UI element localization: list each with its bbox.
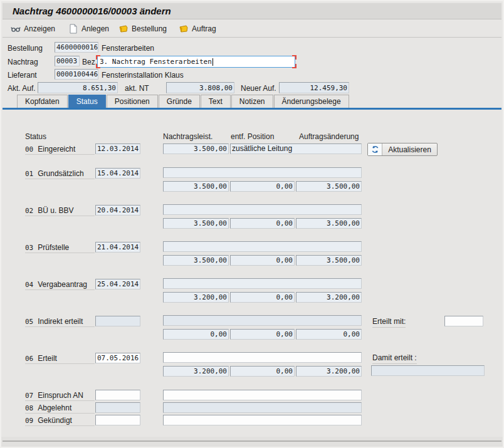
- aktualisieren-button[interactable]: Aktualisieren: [367, 143, 438, 156]
- bestellung-description: Fensterarbeiten: [102, 44, 154, 53]
- status-wide-field-01[interactable]: [163, 167, 362, 178]
- status-bar: [1, 437, 503, 447]
- akt-nt-label: akt. NT: [125, 84, 149, 93]
- tab-notizen[interactable]: Notizen: [231, 95, 273, 108]
- neuer-auf-field[interactable]: 12.459,30: [279, 82, 349, 93]
- column-header-nachtragsleist: Nachtragsleist.: [163, 132, 213, 141]
- status-row-label-02: 02 BÜ u. BBV: [25, 206, 95, 216]
- bestellung-object-icon: [118, 24, 129, 34]
- create-document-icon: [68, 24, 78, 34]
- auftragsaenderung-field-02[interactable]: 3.500,00: [296, 218, 362, 229]
- selection-corner: [292, 55, 297, 60]
- status-date-field-07[interactable]: [95, 390, 140, 400]
- status-wide-field-09[interactable]: [163, 415, 362, 425]
- auftrag-button-label: Auftrag: [192, 24, 216, 33]
- status-wide-field-05[interactable]: [163, 315, 362, 326]
- akt-auf-field[interactable]: 8.651,30: [38, 82, 118, 93]
- bestellung-label: Bestellung: [8, 44, 43, 53]
- nachtragsleist-field-04[interactable]: 3.200,00: [163, 292, 229, 303]
- entf-position-field-01[interactable]: 0,00: [230, 181, 295, 192]
- selection-corner: [96, 55, 100, 60]
- aktualisieren-button-label: Aktualisieren: [382, 143, 437, 155]
- tab-strip: Kopfdaten Status Positionen Gründe Text …: [17, 95, 350, 108]
- auftragsaenderung-field-05[interactable]: 0,00: [296, 329, 362, 340]
- status-date-field-03[interactable]: 21.04.2014: [95, 242, 140, 253]
- status-row-label-05: 05 Indirekt erteilt: [25, 316, 95, 327]
- status-row-label-04: 04 Vergabeantrag: [25, 279, 95, 290]
- selection-corner: [96, 64, 100, 68]
- nachtrag-bezeichnung-input[interactable]: 3. Nachtrag Fensterarbeiten: [97, 56, 295, 68]
- anlegen-button-label: Anlegen: [81, 24, 109, 33]
- akt-auf-label: Akt. Auf.: [8, 84, 36, 93]
- status-wide-field-03[interactable]: [163, 241, 362, 252]
- selection-corner: [292, 64, 297, 68]
- nachtragsleist-field-06[interactable]: 3.200,00: [163, 366, 229, 377]
- status-date-field-00[interactable]: 12.03.2014: [95, 143, 140, 154]
- status-row-label-08: 08 Abgelehnt: [25, 403, 95, 414]
- erteilt-mit-input[interactable]: [444, 316, 483, 326]
- entf-position-field-06[interactable]: 0,00: [230, 366, 295, 377]
- tab-status[interactable]: Status: [68, 95, 106, 108]
- status-date-field-08[interactable]: [95, 402, 140, 413]
- nachtragsleist-field-02[interactable]: 3.500,00: [163, 218, 229, 229]
- auftragsaenderung-field-01[interactable]: 3.500,00: [296, 181, 362, 192]
- tab-text[interactable]: Text: [201, 95, 231, 108]
- entf-position-field-05[interactable]: 0,00: [230, 329, 295, 340]
- bestellung-number-field[interactable]: 4600000016: [55, 42, 98, 53]
- status-wide-field-07[interactable]: [163, 390, 362, 400]
- bestellung-button[interactable]: Bestellung: [115, 21, 170, 36]
- tab-strip-underline: [3, 108, 501, 110]
- auftrag-object-icon: [179, 24, 189, 34]
- status-row-label-03: 03 Prüfstelle: [25, 242, 95, 253]
- status-date-field-04[interactable]: 25.04.2014: [95, 279, 140, 289]
- nachtragsleist-field-05[interactable]: 0,00: [163, 329, 229, 340]
- status-row-label-00: 00 Eingereicht: [25, 144, 95, 155]
- tab-gruende[interactable]: Gründe: [159, 95, 200, 108]
- lieferant-description: Fensterinstallation Klaus: [102, 71, 184, 80]
- auftragsaenderung-field-06[interactable]: 3.200,00: [296, 366, 362, 377]
- status-row-label-01: 01 Grundsätzlich: [25, 169, 95, 179]
- column-header-auftragsaenderung: Auftragsänderung: [299, 132, 359, 141]
- auftragsaenderung-field-03[interactable]: 3.500,00: [296, 255, 362, 266]
- status-wide-field-06[interactable]: [163, 352, 362, 363]
- status-date-field-01[interactable]: 15.04.2014: [95, 168, 140, 179]
- nachtrag-number-field[interactable]: 00003: [55, 56, 80, 66]
- damit-erteilt-label: Damit erteilt :: [372, 353, 417, 364]
- refresh-icon: [368, 143, 382, 155]
- status-date-field-05[interactable]: [95, 316, 140, 326]
- akt-nt-field[interactable]: 3.808,00: [166, 82, 234, 93]
- status-date-field-02[interactable]: 20.04.2014: [95, 205, 140, 216]
- anlegen-button[interactable]: Anlegen: [65, 21, 112, 36]
- status-date-field-06[interactable]: 07.05.2016: [95, 353, 140, 363]
- status-date-field-09[interactable]: [95, 415, 140, 425]
- status-wide-field-02[interactable]: [163, 204, 362, 215]
- column-header-status: Status: [25, 132, 46, 141]
- status-bar-divider: [3, 440, 501, 442]
- auftrag-button[interactable]: Auftrag: [176, 21, 219, 36]
- tab-positionen[interactable]: Positionen: [107, 95, 158, 108]
- column-header-entf-position: entf. Position: [231, 132, 274, 141]
- sap-window: Nachtrag 4600000016/00003 ändern Anzeige…: [0, 0, 504, 448]
- entf-position-field-02[interactable]: 0,00: [230, 218, 295, 229]
- nachtragsleist-field-01[interactable]: 3.500,00: [163, 181, 229, 192]
- damit-erteilt-field[interactable]: [371, 365, 485, 376]
- anzeigen-button-label: Anzeigen: [24, 24, 55, 33]
- nachtragsleist-field-03[interactable]: 3.500,00: [163, 255, 229, 266]
- page-title: Nachtrag 4600000016/00003 ändern: [13, 6, 171, 16]
- bestellung-button-label: Bestellung: [132, 24, 167, 33]
- entf-position-field-00[interactable]: zusätliche Leitung: [230, 143, 362, 154]
- status-wide-field-08[interactable]: [163, 402, 362, 413]
- application-toolbar: Anzeigen Anlegen Bestellung Auftrag: [3, 19, 501, 38]
- anzeigen-button[interactable]: Anzeigen: [8, 21, 58, 36]
- nachtragsleist-field-00[interactable]: 3.500,00: [163, 143, 229, 154]
- auftragsaenderung-field-04[interactable]: 3.200,00: [296, 292, 362, 303]
- tab-aenderungsbelege[interactable]: Änderungsbelege: [274, 95, 349, 108]
- glasses-icon: [11, 24, 21, 34]
- status-wide-field-04[interactable]: [163, 278, 362, 289]
- lieferant-number-field[interactable]: 0000100446: [55, 69, 98, 80]
- tab-kopfdaten[interactable]: Kopfdaten: [17, 95, 68, 108]
- entf-position-field-03[interactable]: 0,00: [230, 255, 295, 266]
- nachtrag-bezeichnung-focuswrap: 3. Nachtrag Fensterarbeiten: [96, 55, 297, 68]
- entf-position-field-04[interactable]: 0,00: [230, 292, 295, 303]
- title-bar: Nachtrag 4600000016/00003 ändern: [3, 3, 501, 19]
